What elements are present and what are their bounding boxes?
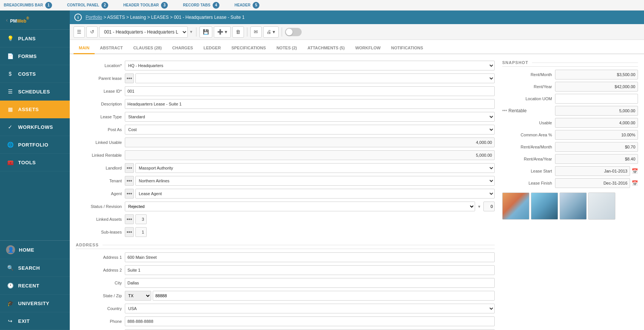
agent-field-group: ••• Lease Agent xyxy=(125,189,495,199)
parent-lease-select[interactable] xyxy=(135,73,495,83)
lease-id-input[interactable] xyxy=(125,86,495,96)
linked-rentable-row: Linked Rentable xyxy=(76,150,495,160)
sidebar-item-costs[interactable]: $ COSTS xyxy=(0,65,70,83)
zip-input[interactable] xyxy=(153,291,495,301)
tab-specifications[interactable]: SPECIFICATIONS xyxy=(226,43,271,54)
tab-abstract[interactable]: ABSTRACT xyxy=(95,43,128,54)
search-icon: 🔍 xyxy=(6,264,14,272)
location-uom-label: Location UOM xyxy=(502,96,555,101)
rent-month-value: $3,500.00 xyxy=(555,70,638,79)
top-nav-bar: i Portfolio > ASSETS > Leasing > LEASES … xyxy=(70,11,644,24)
lease-type-select[interactable]: Standard xyxy=(125,112,495,122)
gallery-image-1[interactable] xyxy=(502,192,529,220)
sidebar-item-workflows[interactable]: ✓ WORKFLOWS xyxy=(0,118,70,136)
tab-workflow[interactable]: WORKFLOW xyxy=(350,43,386,54)
status-select[interactable]: Rejected xyxy=(125,202,475,211)
info-icon[interactable]: i xyxy=(74,14,82,21)
tab-clauses[interactable]: CLAUSES (28) xyxy=(128,43,167,54)
address-section-header: ADDRESS xyxy=(76,243,495,249)
city-row: City xyxy=(76,278,495,288)
logo-web: Web xyxy=(17,18,26,24)
email-button[interactable]: ✉ xyxy=(250,26,262,38)
lease-finish-calendar-icon[interactable]: 📅 xyxy=(632,180,638,186)
tenant-row: Tenant ••• Northern Airlines xyxy=(76,176,495,186)
sidebar-item-schedules[interactable]: ☰ SCHEDULES xyxy=(0,83,70,101)
sidebar-item-plans[interactable]: 💡 PLANS xyxy=(0,30,70,47)
city-input[interactable] xyxy=(125,278,495,288)
sidebar-item-exit[interactable]: ↪ EXIT xyxy=(0,312,70,330)
rent-area-month-row: Rent/Area/Month $0.70 xyxy=(502,142,638,152)
common-area-value: 10.00% xyxy=(555,130,638,140)
collapse-arrow-icon[interactable]: ‹ xyxy=(6,17,8,23)
gallery-image-2[interactable] xyxy=(531,192,558,220)
parent-lease-dots-btn[interactable]: ••• xyxy=(125,73,134,83)
tenant-dots-btn[interactable]: ••• xyxy=(125,176,134,186)
tab-notes[interactable]: NOTES (2) xyxy=(271,43,302,54)
sidebar-item-tools[interactable]: 🧰 TOOLS xyxy=(0,154,70,171)
menu-button[interactable]: ☰ xyxy=(74,26,85,38)
sidebar-item-assets[interactable]: ▦ ASSETS xyxy=(0,101,70,118)
print-button[interactable]: 🖨 ▾ xyxy=(263,26,279,38)
agent-dots-btn[interactable]: ••• xyxy=(125,189,134,199)
rentable-dots-btn[interactable]: ••• xyxy=(502,108,507,113)
sidebar-item-search[interactable]: 🔍 SEARCH xyxy=(0,259,70,277)
tab-ledger[interactable]: LEDGER xyxy=(198,43,226,54)
linked-rentable-input[interactable] xyxy=(125,150,495,160)
gallery-image-4[interactable] xyxy=(588,192,615,220)
toggle-switch[interactable] xyxy=(285,28,302,36)
post-as-row: Post As Cost xyxy=(76,124,495,135)
sidebar-item-recent[interactable]: 🕐 RECENT xyxy=(0,277,70,295)
portfolio-breadcrumb-link[interactable]: Portfolio xyxy=(86,15,102,20)
lease-start-calendar-icon[interactable]: 📅 xyxy=(632,168,638,174)
location-label: Location* xyxy=(76,63,125,68)
description-input[interactable] xyxy=(125,99,495,109)
schedules-icon: ☰ xyxy=(6,87,14,96)
sub-leases-dots-btn[interactable]: ••• xyxy=(125,227,134,237)
agent-select[interactable]: Lease Agent xyxy=(135,189,495,199)
add-button[interactable]: ➕ ▾ xyxy=(214,26,231,38)
tab-notifications[interactable]: NOTIFICATIONS xyxy=(386,43,428,54)
rent-area-year-value: $8.40 xyxy=(555,154,638,164)
save-button[interactable]: 💾 xyxy=(199,26,212,38)
sidebar-item-forms[interactable]: 📄 FORMS xyxy=(0,47,70,65)
rentable-value: 5,000.00 xyxy=(555,106,638,116)
landlord-select[interactable]: Massport Authority xyxy=(135,163,495,173)
assets-icon: ▦ xyxy=(6,105,14,113)
address1-input[interactable] xyxy=(125,252,495,262)
linked-usable-input[interactable] xyxy=(125,138,495,147)
rentable-label: ••• Rentable xyxy=(502,108,555,113)
location-select[interactable]: HQ - Headquarters xyxy=(125,61,495,70)
tab-main[interactable]: MAIN xyxy=(74,43,95,54)
linked-assets-dots-btn[interactable]: ••• xyxy=(125,214,134,224)
history-button[interactable]: ↺ xyxy=(86,26,98,38)
sub-leases-label: Sub-leases xyxy=(76,230,125,234)
gallery-image-3[interactable] xyxy=(560,192,587,220)
linked-rentable-label: Linked Rentable xyxy=(76,153,125,157)
sidebar-logo: ‹ PMWeb® xyxy=(0,11,70,30)
delete-button[interactable]: 🗑 xyxy=(232,26,244,38)
sidebar-item-university[interactable]: 🎓 UNIVERSITY xyxy=(0,295,70,312)
snapshot-title: SNAPSHOT xyxy=(502,60,638,67)
record-tabs-badge: 4 xyxy=(213,2,219,9)
sidebar-item-label-home: HOME xyxy=(19,247,34,253)
linked-usable-label: Linked Usable xyxy=(76,140,125,145)
location-row: Location* HQ - Headquarters xyxy=(76,60,495,71)
tab-charges[interactable]: CHARGES xyxy=(167,43,198,54)
tenant-select[interactable]: Northern Airlines xyxy=(135,176,495,186)
phone-input[interactable] xyxy=(125,316,495,326)
header-toolbar-badge: 3 xyxy=(161,2,168,9)
address2-input[interactable] xyxy=(125,265,495,275)
recent-icon: 🕐 xyxy=(6,281,14,290)
landlord-dots-btn[interactable]: ••• xyxy=(125,163,134,173)
sub-leases-field-group: ••• 1 xyxy=(125,227,495,237)
country-select[interactable]: USA xyxy=(125,304,495,313)
tab-attachments[interactable]: ATTACHMENTS (5) xyxy=(302,43,350,54)
sidebar-item-portfolio[interactable]: 🌐 PORTFOLIO xyxy=(0,136,70,154)
header-label: HEADER xyxy=(235,3,250,7)
post-as-select[interactable]: Cost xyxy=(125,125,495,134)
sidebar: ‹ PMWeb® 💡 PLANS 📄 FORMS $ COSTS ☰ SCHED… xyxy=(0,11,70,330)
state-select[interactable]: TX xyxy=(125,291,151,301)
rent-year-label: Rent/Year xyxy=(502,84,555,89)
record-select[interactable]: 001 - Headquarters - Headquarters L xyxy=(99,26,188,38)
sidebar-item-home[interactable]: 👤 HOME xyxy=(0,241,70,259)
